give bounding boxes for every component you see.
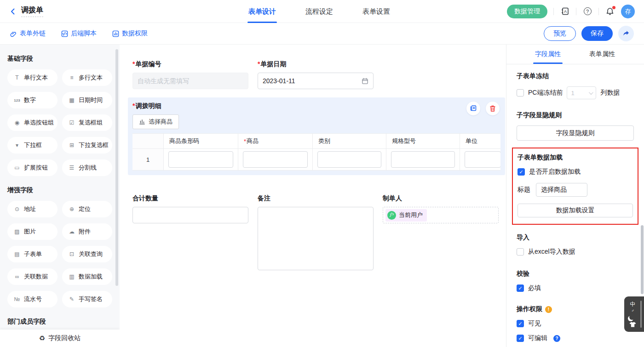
- language-toggle-icon[interactable]: 中: [630, 301, 636, 307]
- preview-button[interactable]: 预览: [544, 26, 576, 41]
- field-type-subform[interactable]: ▤子表单: [7, 246, 58, 262]
- field-creator[interactable]: 制单人 户 当前用户: [383, 194, 499, 272]
- data-load-toggle-row: 是否开启数据加载: [518, 168, 633, 176]
- form-canvas: 单据编号 单据日期 2023-01-11 调拨明细: [120, 45, 506, 347]
- single-line-text-icon: T: [13, 74, 21, 81]
- address-book-icon[interactable]: A: [560, 6, 570, 17]
- visibility-rule-button[interactable]: 字段显隐规则: [517, 125, 634, 141]
- subform-cell-input[interactable]: [243, 151, 308, 168]
- subform-cell-input[interactable]: [391, 151, 455, 168]
- floating-toolbar[interactable]: 中 ♂: [624, 296, 644, 332]
- field-type-data-load[interactable]: ▥数据加载: [62, 268, 112, 285]
- field-remark[interactable]: 备注: [258, 194, 374, 272]
- field-type-dropdown[interactable]: ▾下拉框: [7, 137, 58, 154]
- serial-number-icon: №: [13, 296, 21, 302]
- subform-label: 调拨明细: [132, 102, 500, 110]
- field-type-location[interactable]: ⊕定位: [62, 201, 112, 217]
- select-product-button[interactable]: 选择商品: [132, 114, 179, 129]
- freeze-checkbox[interactable]: [517, 89, 524, 97]
- user-avatar[interactable]: 存: [621, 5, 635, 18]
- help-icon[interactable]: ?: [582, 6, 592, 17]
- page-title[interactable]: 调拨单: [21, 6, 43, 17]
- field-type-address[interactable]: ⊙地址: [7, 201, 58, 217]
- dark-mode-moon-icon[interactable]: [629, 314, 635, 320]
- header-tabs: 表单设计 流程设定 表单设置: [248, 0, 390, 23]
- tab-form-design[interactable]: 表单设计: [248, 0, 276, 23]
- field-type-datetime[interactable]: ▦日期时间: [62, 92, 112, 108]
- delete-subform-button[interactable]: [486, 102, 500, 115]
- tab-flow-setting[interactable]: 流程设定: [305, 0, 333, 23]
- field-type-linked-query[interactable]: ⊡关联查询: [62, 246, 112, 262]
- required-checkbox[interactable]: [517, 284, 524, 292]
- field-type-linked-data[interactable]: ∞关联数据: [7, 268, 58, 285]
- freeze-column-select[interactable]: 1: [567, 86, 596, 99]
- excel-import-checkbox[interactable]: [517, 248, 524, 256]
- theme-tshirt-icon[interactable]: [629, 322, 636, 327]
- remark-label: 备注: [258, 194, 374, 203]
- copy-subform-button[interactable]: [466, 102, 480, 115]
- radio-group-icon: ◉: [13, 119, 21, 126]
- field-type-number[interactable]: 123数字: [7, 92, 58, 108]
- field-doc-no[interactable]: 单据编号: [132, 60, 248, 89]
- data-permission-link[interactable]: 数据权限: [112, 29, 148, 38]
- save-button[interactable]: 保存: [581, 26, 613, 41]
- field-type-label: 数字: [24, 96, 36, 104]
- sidebar-scrollbar[interactable]: [115, 49, 118, 286]
- script-icon: [61, 30, 68, 37]
- page-scrollbar[interactable]: [641, 225, 644, 294]
- field-type-signature[interactable]: ✎手写签名: [62, 291, 112, 307]
- permission-checkbox[interactable]: [517, 320, 524, 327]
- subform-cell-input[interactable]: [168, 151, 233, 168]
- subform-cell-input[interactable]: [317, 151, 381, 168]
- subform-widget[interactable]: 调拨明细 选择商品 商品条形码商品类别规格型号单位 1: [128, 97, 505, 175]
- data-load-title-input[interactable]: [536, 183, 587, 197]
- field-recycle-bin[interactable]: ♻ 字段回收站: [0, 330, 120, 347]
- sidebar-sections: 基础字段T单行文本≡多行文本123数字▦日期时间◉单选按钮组☑复选框组▾下拉框⊞…: [7, 55, 112, 347]
- tab-field-properties[interactable]: 字段属性: [535, 45, 561, 64]
- field-type-single-line-text[interactable]: T单行文本: [7, 69, 58, 86]
- notification-bell-icon[interactable]: [605, 6, 615, 17]
- field-type-extend-button[interactable]: ▭扩展按钮: [7, 159, 58, 176]
- field-doc-date[interactable]: 单据日期 2023-01-11: [258, 60, 374, 89]
- field-type-multi-dropdown[interactable]: ⊞下拉复选框: [62, 137, 112, 154]
- total-qty-input[interactable]: [132, 207, 248, 223]
- data-load-checkbox[interactable]: [518, 168, 525, 176]
- form-external-link[interactable]: 表单外链: [10, 29, 46, 38]
- field-type-label: 定位: [79, 205, 91, 213]
- data-load-settings-button[interactable]: 数据加载设置: [518, 204, 633, 217]
- divider: [553, 8, 554, 15]
- import-section-title: 导入: [517, 233, 634, 242]
- subform-cell-input[interactable]: [465, 151, 500, 168]
- field-type-multi-line-text[interactable]: ≡多行文本: [62, 69, 112, 86]
- chevron-left-icon: [9, 8, 17, 15]
- subform-column-header: 商品条形码: [164, 134, 238, 148]
- field-type-radio-group[interactable]: ◉单选按钮组: [7, 114, 58, 131]
- tab-form-properties[interactable]: 表单属性: [589, 45, 615, 64]
- tab-form-setting[interactable]: 表单设置: [362, 0, 390, 23]
- field-type-serial-number[interactable]: №流水号: [7, 291, 58, 307]
- permission-checkbox[interactable]: [517, 335, 524, 342]
- remark-textarea[interactable]: [258, 207, 374, 270]
- data-load-title-row: 标题: [518, 183, 633, 197]
- field-type-attachment[interactable]: ☁附件: [62, 223, 112, 240]
- creator-value-box[interactable]: 户 当前用户: [383, 207, 499, 223]
- field-type-image[interactable]: ▨图片: [7, 223, 58, 240]
- backend-script-link[interactable]: 后端脚本: [61, 29, 97, 38]
- doc-date-input[interactable]: 2023-01-11: [258, 73, 374, 89]
- male-symbol-icon[interactable]: ♂: [631, 308, 634, 313]
- permission-label: 可见: [528, 319, 541, 328]
- editable-help-icon[interactable]: ?: [553, 335, 560, 342]
- doc-no-input[interactable]: [132, 73, 248, 89]
- field-type-label: 扩展按钮: [24, 164, 48, 172]
- subform-cell: [164, 149, 238, 170]
- data-load-title: 子表单数据加载: [518, 154, 633, 162]
- field-type-label: 关联查询: [79, 250, 103, 258]
- field-total-qty[interactable]: 合计数量: [132, 194, 248, 272]
- field-type-checkbox-group[interactable]: ☑复选框组: [62, 114, 112, 131]
- data-manage-button[interactable]: 数据管理: [507, 5, 547, 18]
- field-type-divider[interactable]: ☰分割线: [62, 159, 112, 176]
- properties-panel: 字段属性 表单属性 子表单冻结 PC端冻结前 1 列数据 子字段显隐规则 字段显…: [506, 45, 644, 347]
- share-button[interactable]: [618, 26, 634, 41]
- back-button[interactable]: [9, 8, 17, 15]
- data-permission-icon: [112, 30, 119, 37]
